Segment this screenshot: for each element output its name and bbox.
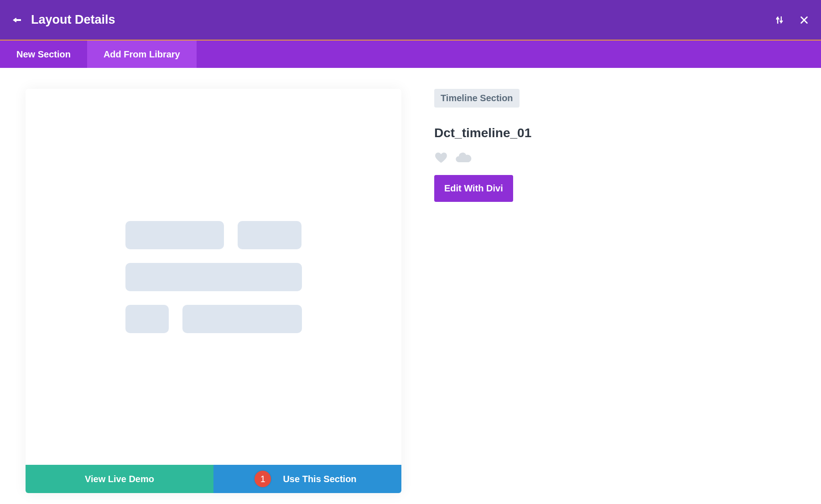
meta-icons bbox=[434, 149, 531, 167]
header-right bbox=[774, 15, 809, 25]
view-live-demo-button[interactable]: View Live Demo bbox=[26, 465, 213, 493]
placeholder-row bbox=[125, 305, 302, 333]
step-badge: 1 bbox=[255, 471, 271, 487]
placeholder-block bbox=[125, 263, 302, 291]
layout-name: Dct_timeline_01 bbox=[434, 126, 531, 140]
placeholder-block bbox=[125, 305, 169, 333]
edit-with-divi-button[interactable]: Edit With Divi bbox=[434, 175, 513, 202]
preview-footer: View Live Demo 1 Use This Section bbox=[26, 465, 401, 493]
sort-icon[interactable] bbox=[774, 15, 785, 25]
header-left: Layout Details bbox=[12, 13, 115, 27]
use-this-section-label: Use This Section bbox=[283, 474, 356, 484]
placeholder-block bbox=[125, 221, 224, 249]
cloud-icon[interactable] bbox=[454, 149, 473, 167]
back-arrow-icon[interactable] bbox=[12, 15, 23, 26]
placeholder-row bbox=[125, 221, 302, 249]
use-this-section-button[interactable]: 1 Use This Section bbox=[213, 465, 401, 493]
close-icon[interactable] bbox=[799, 15, 809, 25]
page-title: Layout Details bbox=[31, 13, 115, 27]
tab-add-from-library[interactable]: Add From Library bbox=[87, 41, 197, 68]
tab-new-section[interactable]: New Section bbox=[0, 41, 87, 68]
preview-body bbox=[26, 89, 401, 465]
placeholder-block bbox=[182, 305, 302, 333]
loading-placeholder bbox=[125, 221, 302, 333]
header-bar: Layout Details bbox=[0, 0, 821, 40]
content-area: View Live Demo 1 Use This Section Timeli… bbox=[0, 68, 821, 493]
category-tag[interactable]: Timeline Section bbox=[434, 89, 520, 108]
placeholder-block bbox=[238, 221, 301, 249]
layout-details: Timeline Section Dct_timeline_01 Edit Wi… bbox=[434, 89, 531, 493]
heart-icon[interactable] bbox=[434, 151, 448, 165]
tabs-bar: New Section Add From Library bbox=[0, 41, 821, 68]
layout-preview-card: View Live Demo 1 Use This Section bbox=[26, 89, 401, 493]
